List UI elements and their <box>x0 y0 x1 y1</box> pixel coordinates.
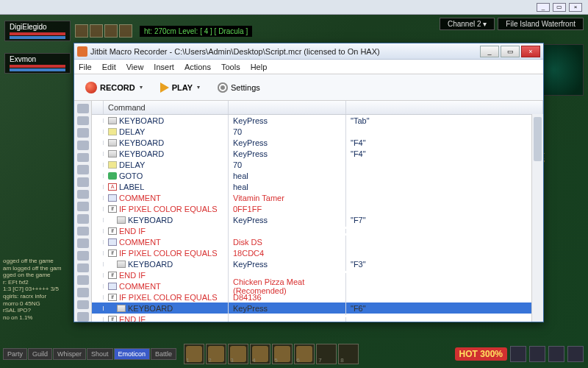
slot-number: 5 <box>274 357 277 364</box>
play-button[interactable]: PLAY ▾ <box>154 80 207 95</box>
scrollbar-thumb[interactable] <box>534 117 542 161</box>
expand-toggle[interactable] <box>92 306 104 311</box>
menu-help[interactable]: Help <box>251 63 268 71</box>
menu-button[interactable] <box>548 346 564 362</box>
menu-tools[interactable]: Tools <box>221 63 240 71</box>
chevron-down-icon[interactable]: ▾ <box>140 84 143 91</box>
sidebar-tool-icon[interactable] <box>77 165 89 174</box>
chat-tab-battle[interactable]: Battle <box>151 348 176 360</box>
menu-edit[interactable]: Edit <box>102 63 116 71</box>
player2-panel[interactable]: Exvmon <box>4 53 71 74</box>
record-button[interactable]: RECORD ▾ <box>79 79 149 96</box>
chat-tab-whisper[interactable]: Whisper <box>53 348 86 360</box>
window-titlebar[interactable]: Jitbit Macro Recorder - C:\Users\Admin\D… <box>74 43 543 60</box>
chat-tab-shout[interactable]: Shout <box>87 348 113 360</box>
hotbar-slot-4[interactable]: 4 <box>250 344 270 364</box>
mp-bar <box>10 68 65 71</box>
expand-toggle[interactable] <box>92 118 104 123</box>
window-close-button[interactable]: × <box>521 46 540 57</box>
row-param1: KeyPress <box>229 213 346 227</box>
sidebar-tool-icon[interactable] <box>77 227 89 236</box>
expand-toggle[interactable] <box>92 130 104 134</box>
buff-icon[interactable] <box>104 24 118 38</box>
settings-button[interactable]: Settings <box>211 80 267 95</box>
os-close-button[interactable]: × <box>569 3 582 12</box>
macro-row[interactable]: ifEND IF <box>92 314 543 322</box>
expand-toggle[interactable] <box>92 251 104 255</box>
menu-button[interactable] <box>510 346 526 362</box>
hotbar-slot-3[interactable]: 3 <box>228 344 248 364</box>
row-command-label: COMMENT <box>119 282 161 291</box>
menu-file[interactable]: File <box>79 63 92 71</box>
hotbar-slot-1[interactable]: 1 <box>184 344 204 364</box>
player1-panel[interactable]: DigiElegido <box>4 21 71 41</box>
kb-icon <box>117 261 126 268</box>
sidebar-tool-icon[interactable] <box>77 312 89 322</box>
sidebar-tool-icon[interactable] <box>77 214 89 224</box>
menu-button[interactable] <box>529 346 545 362</box>
expand-toggle[interactable] <box>92 284 104 289</box>
slot-number: 8 <box>340 357 343 364</box>
label-icon: A <box>108 183 117 191</box>
os-minimize-button[interactable]: _ <box>537 3 550 12</box>
sidebar-tool-icon[interactable] <box>77 141 89 150</box>
col-p2[interactable] <box>346 101 543 114</box>
expand-toggle[interactable] <box>92 229 104 233</box>
location-label: File Island Waterfront <box>498 18 584 30</box>
window-maximize-button[interactable]: ▭ <box>501 46 520 57</box>
chat-tab-guild[interactable]: Guild <box>28 348 52 360</box>
sidebar-tool-icon[interactable] <box>77 275 89 285</box>
vertical-scrollbar[interactable] <box>531 114 543 322</box>
buff-icon[interactable] <box>119 24 132 38</box>
hotbar-slot-8[interactable]: 8 <box>338 344 359 364</box>
chevron-down-icon[interactable]: ▾ <box>197 84 200 91</box>
menu-button[interactable] <box>567 346 584 362</box>
menu-insert[interactable]: Insert <box>154 63 174 71</box>
window-minimize-button[interactable]: _ <box>480 46 499 57</box>
expand-toggle[interactable] <box>92 207 104 211</box>
chat-tab-emoticon[interactable]: Emoticon <box>114 348 151 360</box>
expand-toggle[interactable] <box>92 141 104 145</box>
hot-bonus-badge[interactable]: HOT 300% <box>455 347 507 361</box>
hotbar-slot-5[interactable]: 5 <box>272 344 293 364</box>
expand-toggle[interactable] <box>92 273 104 277</box>
sidebar-tool-icon[interactable] <box>77 153 89 163</box>
macro-grid[interactable]: Command KEYBOARDKeyPress"Tab"DELAY70KEYB… <box>92 101 543 322</box>
sidebar-tool-icon[interactable] <box>77 104 89 113</box>
col-p1[interactable] <box>229 101 346 114</box>
sidebar-tool-icon[interactable] <box>77 177 89 187</box>
sidebar-tool-icon[interactable] <box>77 238 89 248</box>
os-maximize-button[interactable]: ▭ <box>553 3 566 12</box>
sidebar-tool-icon[interactable] <box>77 128 89 138</box>
menu-actions[interactable]: Actions <box>184 63 211 71</box>
expand-toggle[interactable] <box>92 218 104 222</box>
sidebar-tool-icon[interactable] <box>77 288 89 297</box>
expand-toggle[interactable] <box>92 196 104 200</box>
expand-toggle[interactable] <box>92 317 104 322</box>
buff-icon[interactable] <box>90 24 103 38</box>
expand-toggle[interactable] <box>92 174 104 178</box>
sidebar-tool-icon[interactable] <box>77 251 89 261</box>
hotbar-slot-7[interactable]: 7 <box>316 344 337 364</box>
expand-toggle[interactable] <box>92 163 104 167</box>
sidebar-tool-icon[interactable] <box>77 202 89 211</box>
sidebar-tool-icon[interactable] <box>77 263 89 273</box>
col-command[interactable]: Command <box>104 101 229 114</box>
menu-view[interactable]: View <box>126 63 144 71</box>
if-icon: if <box>108 205 117 213</box>
hotbar-slot-2[interactable]: 2 <box>206 344 226 364</box>
buff-icon[interactable] <box>75 24 88 38</box>
hotbar-slot-6[interactable]: 6 <box>294 344 315 364</box>
expand-toggle[interactable] <box>92 152 104 156</box>
expand-toggle[interactable] <box>92 240 104 244</box>
sidebar-tool-icon[interactable] <box>77 116 89 126</box>
channel-selector[interactable]: Channel 2 ▾ <box>440 18 495 30</box>
sidebar-tool-icon[interactable] <box>77 190 89 199</box>
chat-tab-party[interactable]: Party <box>3 348 27 360</box>
expand-toggle[interactable] <box>92 262 104 266</box>
row-command-label: IF PIXEL COLOR EQUALS <box>119 249 217 258</box>
row-command-label: COMMENT <box>119 238 161 247</box>
expand-toggle[interactable] <box>92 295 104 300</box>
sidebar-tool-icon[interactable] <box>77 300 89 310</box>
expand-toggle[interactable] <box>92 185 104 189</box>
